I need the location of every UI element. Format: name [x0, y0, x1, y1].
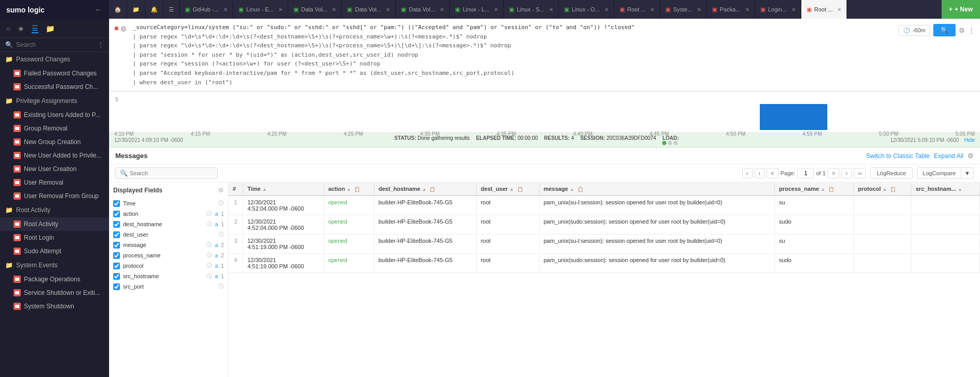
time-range-picker[interactable]: 🕐 -60m [898, 25, 930, 36]
sidebar-item-root-login[interactable]: Root Login [0, 231, 109, 244]
field-checkbox[interactable] [113, 252, 120, 259]
tab-login[interactable]: ▣ Login... ✕ [755, 0, 801, 19]
tab-close-icon[interactable]: ✕ [440, 7, 444, 12]
sidebar-item-successful-password[interactable]: Successful Password Ch... [0, 80, 109, 94]
logreducer-button[interactable]: LogReduce [870, 167, 912, 179]
field-checkbox[interactable] [113, 242, 120, 249]
logcompare-button[interactable]: LogCompare [917, 167, 962, 179]
field-sort-icon[interactable]: a [215, 222, 218, 227]
tab-data-vol-2[interactable]: ▣ Data Vol... ✕ [342, 0, 396, 19]
more-options-icon[interactable]: ⋮ [968, 27, 975, 34]
field-info-icon[interactable]: ⓘ [207, 262, 212, 269]
col-action[interactable]: action ▲ 📋 [324, 183, 374, 196]
table-row[interactable]: 2 12/30/2021 4:52:04.000 PM -0600 opened… [229, 215, 980, 235]
field-info-icon[interactable]: ⓘ [207, 210, 212, 217]
sidebar-item-system-shutdown[interactable]: System Shutdown [0, 300, 109, 313]
col-process-name[interactable]: process_name ▲ 📋 [775, 183, 854, 196]
category-root-activity[interactable]: 📁 Root Activity [0, 203, 109, 217]
tab-home[interactable]: 🏠 [109, 0, 127, 19]
col-dest-user[interactable]: dest_user ▲ 📋 [476, 183, 539, 196]
tab-linux-l[interactable]: ▣ Linux - L... ✕ [450, 0, 504, 19]
field-sort-icon[interactable]: a [215, 263, 218, 269]
tab-folder[interactable]: 📁 [127, 0, 145, 19]
tab-close-icon[interactable]: ✕ [332, 7, 336, 12]
query-text[interactable]: _sourceCategory=linux/system ("su:" or "… [132, 23, 894, 87]
star-icon[interactable]: ★ [18, 24, 24, 33]
tab-close-icon[interactable]: ✕ [791, 7, 796, 12]
tab-notifications[interactable]: 🔔 [145, 0, 164, 19]
folder-icon[interactable]: 📁 [46, 24, 55, 33]
sidebar-menu-icon[interactable]: ⋮ [98, 41, 104, 48]
table-row[interactable]: 1 12/30/2021 4:52:04.000 PM -0600 opened… [229, 196, 980, 215]
tab-root-active[interactable]: ▣ Root ... ✕ [801, 0, 847, 19]
page-input[interactable] [797, 168, 814, 178]
fields-panel-icon[interactable]: ⚙ [218, 187, 224, 194]
tab-close-icon[interactable]: ✕ [697, 7, 701, 12]
hide-link[interactable]: Hide [964, 137, 975, 143]
settings-icon[interactable]: ⚙ [959, 27, 965, 34]
sidebar-search-input[interactable] [16, 41, 95, 48]
sidebar-item-service-shutdown[interactable]: Service Shutdown or Exiti... [0, 286, 109, 300]
last-page-button[interactable]: ›› [854, 168, 866, 178]
category-password-changes[interactable]: 📁 Password Changes [0, 52, 109, 67]
next-page-button2[interactable]: › [841, 168, 852, 178]
messages-search-input[interactable] [130, 170, 213, 176]
messages-search-box[interactable]: 🔍 [115, 167, 218, 179]
table-row[interactable]: 3 12/30/2021 4:51:19.000 PM -0600 opened… [229, 235, 980, 254]
field-info-icon[interactable]: ⓘ [219, 283, 224, 290]
field-checkbox[interactable] [113, 283, 120, 290]
tab-close-icon[interactable]: ✕ [278, 7, 283, 12]
field-info-icon[interactable]: ⓘ [207, 272, 212, 280]
tab-github[interactable]: ▣ GitHub -... ✕ [180, 0, 233, 19]
col-dest-hostname[interactable]: dest_hostname ▲ 📋 [374, 183, 476, 196]
sidebar-item-sudo-attempt[interactable]: Sudo Attempt [0, 244, 109, 258]
next-page-button[interactable]: > [828, 168, 839, 178]
tab-linux-s[interactable]: ▣ Linux - S... ✕ [504, 0, 559, 19]
sidebar-item-user-removal[interactable]: User Removal [0, 176, 109, 189]
tab-close-icon[interactable]: ✕ [494, 7, 498, 12]
field-checkbox[interactable] [113, 211, 120, 217]
field-checkbox[interactable] [113, 273, 120, 280]
tab-close-icon[interactable]: ✕ [837, 7, 841, 12]
expand-all-link[interactable]: Expand All [934, 152, 963, 160]
table-row[interactable]: 4 12/30/2021 4:51:19.000 PM -0600 opened… [229, 254, 980, 273]
col-message[interactable]: message ▲ 📋 [539, 183, 774, 196]
field-sort-icon[interactable]: a [215, 253, 218, 258]
tab-close-icon[interactable]: ✕ [549, 7, 553, 12]
field-checkbox[interactable] [113, 200, 120, 207]
tab-list[interactable]: ☰ [164, 0, 180, 19]
sidebar-item-group-removal[interactable]: Group Removal [0, 122, 109, 135]
table-settings-icon[interactable]: ⚙ [968, 152, 974, 160]
sidebar-item-failed-password[interactable]: Failed Password Changes [0, 67, 109, 80]
switch-classic-link[interactable]: Switch to Classic Table [866, 152, 930, 160]
sidebar-item-new-user-added[interactable]: New User Added to Privile... [0, 149, 109, 162]
tab-linux-e[interactable]: ▣ Linux - E... ✕ [233, 0, 288, 19]
tab-close-icon[interactable]: ✕ [650, 7, 654, 12]
home-icon[interactable]: ○ [6, 24, 10, 33]
tab-close-icon[interactable]: ✕ [386, 7, 390, 12]
tab-data-vol-3[interactable]: ▣ Data Vol... ✕ [396, 0, 450, 19]
first-page-button[interactable]: ‹ [742, 168, 753, 178]
tab-close-icon[interactable]: ✕ [605, 7, 609, 12]
sidebar-item-new-user-creation[interactable]: New User Creation [0, 162, 109, 176]
col-src-hostname[interactable]: src_hostnam... ▲ [911, 183, 980, 196]
recent-icon[interactable]: ☰ [32, 24, 38, 33]
field-info-icon[interactable]: ⓘ [207, 252, 212, 259]
field-info-icon[interactable]: ⓘ [207, 220, 212, 228]
col-time[interactable]: Time ▲ [243, 183, 324, 196]
field-sort-icon[interactable]: a [215, 242, 218, 248]
logcompare-dropdown-button[interactable]: ▼ [961, 167, 974, 179]
tab-close-icon[interactable]: ✕ [745, 7, 749, 12]
prev-page-button[interactable]: ‹ [755, 168, 765, 178]
back-icon[interactable]: ← [95, 5, 103, 15]
tab-syste[interactable]: ▣ Syste... ✕ [660, 0, 707, 19]
field-sort-icon[interactable]: a [215, 211, 218, 217]
field-info-icon[interactable]: ⓘ [219, 200, 224, 207]
tab-data-vol-1[interactable]: ▣ Data Vol... ✕ [288, 0, 342, 19]
category-system-events[interactable]: 📁 System Events [0, 258, 109, 272]
field-checkbox[interactable] [113, 231, 120, 238]
sidebar-item-root-activity[interactable]: Root Activity [0, 217, 109, 231]
tab-close-icon[interactable]: ✕ [223, 7, 227, 12]
search-button[interactable]: 🔍 [933, 24, 956, 36]
category-privilege[interactable]: 📁 Privilege Assignments [0, 94, 109, 108]
